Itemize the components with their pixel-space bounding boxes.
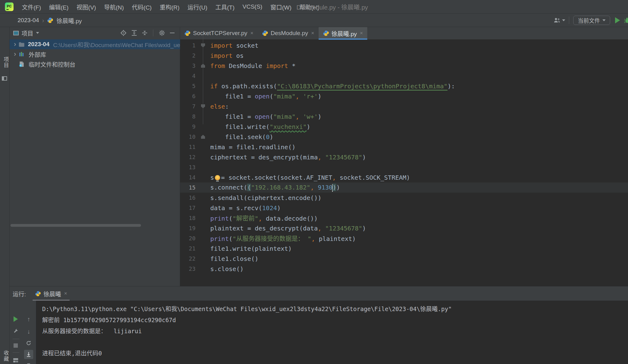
intention-bulb-icon[interactable] bbox=[215, 175, 220, 180]
menu-item[interactable]: 代码(C) bbox=[128, 0, 155, 14]
code-line[interactable]: 23s.close() bbox=[180, 264, 628, 274]
code-line[interactable]: 22file1.close() bbox=[180, 254, 628, 264]
line-number[interactable]: 13 bbox=[180, 164, 199, 170]
project-tool-icon[interactable] bbox=[2, 76, 7, 81]
line-number[interactable]: 3 bbox=[180, 62, 199, 69]
line-number[interactable]: 17 bbox=[180, 205, 199, 211]
close-icon[interactable]: × bbox=[311, 30, 314, 36]
restart-icon[interactable] bbox=[25, 339, 32, 347]
code-line[interactable]: 2import os bbox=[180, 50, 628, 61]
line-number[interactable]: 9 bbox=[180, 123, 199, 130]
line-number[interactable]: 7 bbox=[180, 103, 199, 110]
debug-button[interactable] bbox=[624, 17, 628, 24]
down-arrow-button[interactable]: ↓ bbox=[25, 328, 32, 335]
line-number[interactable]: 20 bbox=[180, 235, 199, 242]
run-settings-button[interactable] bbox=[12, 328, 19, 335]
console-output[interactable]: D:\Python3.11\python.exe "C:\Users\和我\Do… bbox=[42, 303, 625, 359]
up-arrow-button[interactable]: ↑ bbox=[25, 315, 32, 323]
bug-icon bbox=[624, 17, 628, 24]
line-number[interactable]: 2 bbox=[180, 52, 199, 59]
fold-marker-icon[interactable] bbox=[201, 135, 205, 139]
code-line[interactable]: 19plaintext = des_descrypt(data, "123456… bbox=[180, 223, 628, 233]
menu-item[interactable]: VCS(S) bbox=[239, 0, 266, 14]
menu-item[interactable]: 工具(T) bbox=[211, 0, 238, 14]
line-number[interactable]: 12 bbox=[180, 154, 199, 160]
editor-tab[interactable]: 徐晨曦.py× bbox=[319, 27, 367, 39]
line-number[interactable]: 21 bbox=[180, 245, 199, 252]
close-icon[interactable]: × bbox=[250, 30, 253, 36]
line-number[interactable]: 11 bbox=[180, 144, 199, 150]
code-line[interactable]: 20print("从服务器接受的数据是： ", plaintext) bbox=[180, 233, 628, 243]
tree-row[interactable]: ›外部库 bbox=[10, 49, 180, 59]
code-line[interactable]: 16s.sendall(ciphertext.encode()) bbox=[180, 193, 628, 203]
code-line[interactable]: 13 bbox=[180, 162, 628, 172]
run-tab[interactable]: 徐晨曦 × bbox=[33, 286, 70, 301]
menu-item[interactable]: 重构(R) bbox=[156, 0, 183, 14]
line-number[interactable]: 10 bbox=[180, 134, 199, 140]
code-line[interactable]: 7else: bbox=[180, 101, 628, 111]
line-number[interactable]: 8 bbox=[180, 113, 199, 120]
line-number[interactable]: 5 bbox=[180, 83, 199, 89]
code-line[interactable]: 18print("解密前", data.decode()) bbox=[180, 213, 628, 223]
menu-item[interactable]: 运行(U) bbox=[183, 0, 211, 14]
code-text: s.sendall(ciphertext.encode()) bbox=[207, 194, 321, 202]
code-line[interactable]: 9 file1.write("xuchenxi") bbox=[180, 122, 628, 132]
close-icon[interactable]: × bbox=[64, 290, 67, 297]
print-button[interactable] bbox=[25, 362, 32, 364]
code-line[interactable]: 14s= socket.socket(socket.AF_INET, socke… bbox=[180, 172, 628, 182]
editor-tab[interactable]: SocketTCPServer.py× bbox=[180, 27, 258, 39]
chevron-down-icon[interactable] bbox=[36, 32, 39, 34]
code-line[interactable]: 5if os.path.exists("C:\86183\PycharmProj… bbox=[180, 81, 628, 91]
stripe-bookmarks-tab[interactable]: 收藏 bbox=[2, 350, 10, 362]
stop-button[interactable] bbox=[12, 342, 19, 349]
line-number[interactable]: 18 bbox=[180, 215, 199, 221]
code-line[interactable]: 11mima = file1.readline() bbox=[180, 142, 628, 152]
run-button[interactable] bbox=[615, 17, 620, 23]
tree-row[interactable]: ›临时文件和控制台 bbox=[10, 59, 180, 69]
expand-all-icon[interactable] bbox=[131, 30, 137, 36]
layout-settings-button[interactable] bbox=[12, 357, 19, 364]
collaborators-button[interactable] bbox=[554, 17, 567, 24]
line-number[interactable]: 14 bbox=[180, 174, 199, 181]
rerun-button[interactable] bbox=[12, 315, 19, 323]
code-line[interactable]: 3from DesModule import * bbox=[180, 61, 628, 71]
line-number[interactable]: 4 bbox=[180, 73, 199, 79]
code-line[interactable]: 17data = s.recv(1024) bbox=[180, 203, 628, 213]
project-panel-title[interactable]: 项目 bbox=[22, 29, 33, 37]
hide-panel-icon[interactable] bbox=[170, 33, 175, 33]
menu-item[interactable]: 导航(N) bbox=[100, 0, 128, 14]
breadcrumb-file[interactable]: 徐晨曦.py bbox=[56, 16, 82, 25]
menu-item[interactable]: 视图(V) bbox=[73, 0, 100, 14]
code-line[interactable]: 10 file1.seek(0) bbox=[180, 132, 628, 142]
code-line[interactable]: 4 bbox=[180, 71, 628, 81]
menu-item[interactable]: 编辑(E) bbox=[45, 0, 72, 14]
run-configuration-select[interactable]: 当前文件 bbox=[573, 16, 610, 25]
collapse-all-icon[interactable] bbox=[142, 30, 147, 36]
line-number[interactable]: 15 bbox=[180, 184, 199, 191]
code-line[interactable]: 6 file1 = open("mima", 'r+') bbox=[180, 91, 628, 101]
code-line[interactable]: 8 file1 = open("mima", 'w+') bbox=[180, 111, 628, 122]
scroll-to-end-button[interactable] bbox=[24, 350, 33, 359]
code-line[interactable]: 15s.connect(("192.168.43.182", 9130)) bbox=[180, 182, 628, 193]
line-number[interactable]: 16 bbox=[180, 194, 199, 201]
line-number[interactable]: 19 bbox=[180, 225, 199, 231]
code-line[interactable]: 12ciphertext = des_encrypt(mima, "123456… bbox=[180, 152, 628, 162]
editor-tab[interactable]: DesModule.py× bbox=[258, 27, 318, 39]
locate-file-icon[interactable] bbox=[120, 30, 127, 36]
line-number[interactable]: 1 bbox=[180, 42, 199, 49]
line-number[interactable]: 23 bbox=[180, 266, 199, 272]
line-number[interactable]: 6 bbox=[180, 93, 199, 99]
line-number[interactable]: 22 bbox=[180, 255, 199, 262]
code-line[interactable]: 21file1.write(plaintext) bbox=[180, 243, 628, 254]
breadcrumb-folder[interactable]: 2023-04 bbox=[18, 17, 39, 24]
tree-row[interactable]: ›2023-04C:\Users\和我\Documents\WeChat Fil… bbox=[10, 39, 180, 49]
horizontal-scrollbar[interactable] bbox=[10, 224, 141, 227]
close-icon[interactable]: × bbox=[360, 30, 363, 36]
settings-gear-icon[interactable] bbox=[159, 30, 165, 36]
menu-item[interactable]: 窗口(W) bbox=[266, 0, 296, 14]
stripe-project-tab[interactable]: 项目 bbox=[2, 57, 10, 68]
code-area[interactable]: 1import socket2import os3from DesModule … bbox=[180, 39, 628, 274]
menu-item[interactable]: 文件(F) bbox=[18, 0, 45, 14]
editor-tab-bar: SocketTCPServer.py×DesModule.py×徐晨曦.py× bbox=[180, 27, 628, 39]
code-line[interactable]: 1import socket bbox=[180, 40, 628, 50]
